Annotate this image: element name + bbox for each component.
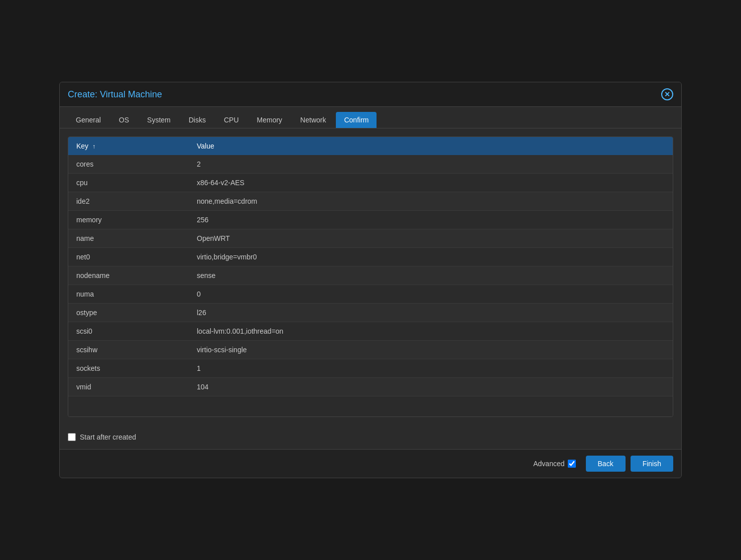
table-cell-key: cpu: [68, 174, 189, 192]
tab-cpu[interactable]: CPU: [216, 112, 247, 128]
table-header-row: Key ↑ Value: [68, 137, 673, 155]
table-cell-value: 2: [189, 155, 673, 174]
table-row: scsi0local-lvm:0.001,iothread=on: [68, 322, 673, 341]
table-cell-key: net0: [68, 248, 189, 266]
table-cell-key: scsi0: [68, 322, 189, 341]
advanced-checkbox[interactable]: [568, 460, 576, 468]
config-table-container: Key ↑ Value cores2cpux86-64-v2-AESide2no…: [68, 136, 673, 417]
table-row: nameOpenWRT: [68, 229, 673, 248]
col-header-key[interactable]: Key ↑: [68, 137, 189, 155]
dialog-title: Create: Virtual Machine: [68, 89, 162, 100]
table-row: ide2none,media=cdrom: [68, 192, 673, 211]
config-table: Key ↑ Value cores2cpux86-64-v2-AESide2no…: [68, 137, 673, 416]
title-bar: Create: Virtual Machine ✕: [60, 82, 681, 107]
footer: Advanced Back Finish: [60, 449, 681, 478]
table-cell-value: l26: [189, 304, 673, 322]
table-row: sockets1: [68, 359, 673, 378]
tab-disks[interactable]: Disks: [181, 112, 214, 128]
tab-general[interactable]: General: [68, 112, 109, 128]
tab-os[interactable]: OS: [111, 112, 137, 128]
table-cell-key: numa: [68, 285, 189, 304]
close-button[interactable]: ✕: [661, 88, 673, 100]
table-cell-key: vmid: [68, 378, 189, 396]
tab-system[interactable]: System: [139, 112, 179, 128]
table-cell-value: none,media=cdrom: [189, 192, 673, 211]
advanced-label: Advanced: [533, 460, 564, 468]
tab-confirm[interactable]: Confirm: [336, 112, 377, 128]
start-after-created-checkbox[interactable]: [68, 433, 76, 441]
finish-button[interactable]: Finish: [631, 456, 673, 472]
table-cell-key: memory: [68, 211, 189, 229]
tab-network[interactable]: Network: [292, 112, 334, 128]
table-cell-value: local-lvm:0.001,iothread=on: [189, 322, 673, 341]
table-row: scsihwvirtio-scsi-single: [68, 341, 673, 359]
table-cell-value: virtio,bridge=vmbr0: [189, 248, 673, 266]
table-cell-key: scsihw: [68, 341, 189, 359]
table-row: cores2: [68, 155, 673, 174]
table-cell-key: name: [68, 229, 189, 248]
tab-memory[interactable]: Memory: [249, 112, 291, 128]
table-cell-value: 1: [189, 359, 673, 378]
table-row: vmid104: [68, 378, 673, 396]
table-cell-key: nodename: [68, 266, 189, 285]
sort-arrow-icon: ↑: [92, 143, 95, 150]
main-content: Key ↑ Value cores2cpux86-64-v2-AESide2no…: [60, 128, 681, 425]
table-row: numa0: [68, 285, 673, 304]
col-header-value: Value: [189, 137, 673, 155]
table-row-empty: [68, 396, 673, 416]
table-cell-value: sense: [189, 266, 673, 285]
advanced-area: Advanced: [533, 460, 575, 468]
table-cell-key: cores: [68, 155, 189, 174]
table-cell-key: ostype: [68, 304, 189, 322]
table-cell-value: virtio-scsi-single: [189, 341, 673, 359]
table-cell-value: 256: [189, 211, 673, 229]
table-row: memory256: [68, 211, 673, 229]
start-after-created-area: Start after created: [60, 425, 681, 449]
table-cell-value: OpenWRT: [189, 229, 673, 248]
create-vm-dialog: Create: Virtual Machine ✕ General OS Sys…: [59, 82, 682, 478]
table-row: cpux86-64-v2-AES: [68, 174, 673, 192]
table-cell-key: ide2: [68, 192, 189, 211]
table-body: cores2cpux86-64-v2-AESide2none,media=cdr…: [68, 155, 673, 416]
table-cell-value: x86-64-v2-AES: [189, 174, 673, 192]
table-cell-key: sockets: [68, 359, 189, 378]
table-row: nodenamesense: [68, 266, 673, 285]
back-button[interactable]: Back: [586, 456, 626, 472]
table-row: net0virtio,bridge=vmbr0: [68, 248, 673, 266]
start-after-created-label: Start after created: [80, 433, 136, 441]
table-row: ostypel26: [68, 304, 673, 322]
table-cell-value: 104: [189, 378, 673, 396]
tab-bar: General OS System Disks CPU Memory Netwo…: [60, 107, 681, 128]
table-cell-value: 0: [189, 285, 673, 304]
